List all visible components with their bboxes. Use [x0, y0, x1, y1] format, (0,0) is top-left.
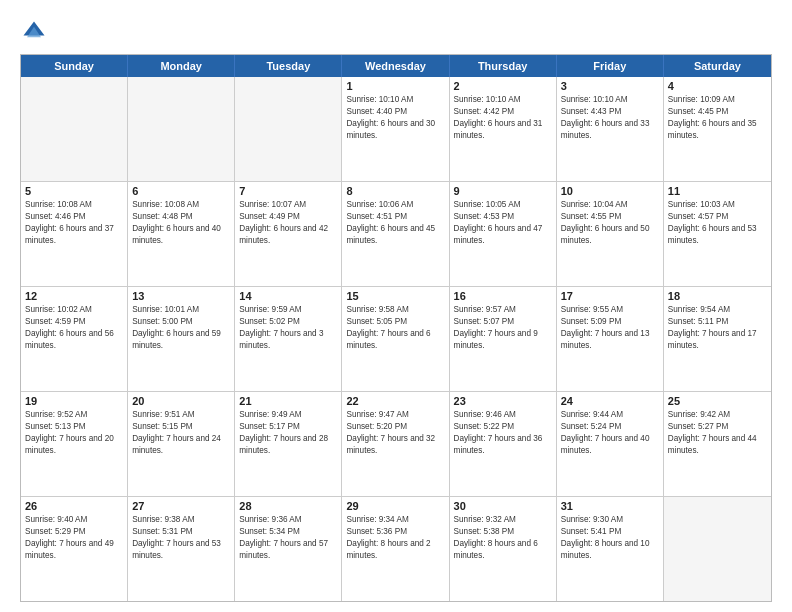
day-info: Sunrise: 9:51 AMSunset: 5:15 PMDaylight:… — [132, 409, 230, 457]
day-number: 5 — [25, 185, 123, 197]
day-info: Sunrise: 10:05 AMSunset: 4:53 PMDaylight… — [454, 199, 552, 247]
day-cell-empty — [21, 77, 128, 181]
day-number: 22 — [346, 395, 444, 407]
day-cell-2: 2Sunrise: 10:10 AMSunset: 4:42 PMDayligh… — [450, 77, 557, 181]
day-cell-14: 14Sunrise: 9:59 AMSunset: 5:02 PMDayligh… — [235, 287, 342, 391]
header-day-friday: Friday — [557, 55, 664, 77]
day-cell-23: 23Sunrise: 9:46 AMSunset: 5:22 PMDayligh… — [450, 392, 557, 496]
week-row-1: 1Sunrise: 10:10 AMSunset: 4:40 PMDayligh… — [21, 77, 771, 182]
day-number: 28 — [239, 500, 337, 512]
day-info: Sunrise: 9:38 AMSunset: 5:31 PMDaylight:… — [132, 514, 230, 562]
day-cell-11: 11Sunrise: 10:03 AMSunset: 4:57 PMDaylig… — [664, 182, 771, 286]
day-number: 25 — [668, 395, 767, 407]
day-cell-7: 7Sunrise: 10:07 AMSunset: 4:49 PMDayligh… — [235, 182, 342, 286]
day-number: 26 — [25, 500, 123, 512]
day-cell-20: 20Sunrise: 9:51 AMSunset: 5:15 PMDayligh… — [128, 392, 235, 496]
day-number: 8 — [346, 185, 444, 197]
day-cell-10: 10Sunrise: 10:04 AMSunset: 4:55 PMDaylig… — [557, 182, 664, 286]
day-number: 24 — [561, 395, 659, 407]
week-row-2: 5Sunrise: 10:08 AMSunset: 4:46 PMDayligh… — [21, 182, 771, 287]
week-row-3: 12Sunrise: 10:02 AMSunset: 4:59 PMDaylig… — [21, 287, 771, 392]
day-cell-3: 3Sunrise: 10:10 AMSunset: 4:43 PMDayligh… — [557, 77, 664, 181]
header-day-monday: Monday — [128, 55, 235, 77]
day-cell-21: 21Sunrise: 9:49 AMSunset: 5:17 PMDayligh… — [235, 392, 342, 496]
day-number: 19 — [25, 395, 123, 407]
page: SundayMondayTuesdayWednesdayThursdayFrid… — [0, 0, 792, 612]
day-cell-empty — [664, 497, 771, 601]
day-number: 17 — [561, 290, 659, 302]
day-info: Sunrise: 9:34 AMSunset: 5:36 PMDaylight:… — [346, 514, 444, 562]
calendar-body: 1Sunrise: 10:10 AMSunset: 4:40 PMDayligh… — [21, 77, 771, 601]
week-row-4: 19Sunrise: 9:52 AMSunset: 5:13 PMDayligh… — [21, 392, 771, 497]
day-number: 27 — [132, 500, 230, 512]
day-cell-18: 18Sunrise: 9:54 AMSunset: 5:11 PMDayligh… — [664, 287, 771, 391]
day-info: Sunrise: 10:07 AMSunset: 4:49 PMDaylight… — [239, 199, 337, 247]
day-info: Sunrise: 10:06 AMSunset: 4:51 PMDaylight… — [346, 199, 444, 247]
day-cell-29: 29Sunrise: 9:34 AMSunset: 5:36 PMDayligh… — [342, 497, 449, 601]
day-info: Sunrise: 9:49 AMSunset: 5:17 PMDaylight:… — [239, 409, 337, 457]
day-number: 30 — [454, 500, 552, 512]
day-info: Sunrise: 9:30 AMSunset: 5:41 PMDaylight:… — [561, 514, 659, 562]
header-day-sunday: Sunday — [21, 55, 128, 77]
day-cell-6: 6Sunrise: 10:08 AMSunset: 4:48 PMDayligh… — [128, 182, 235, 286]
day-number: 14 — [239, 290, 337, 302]
day-info: Sunrise: 9:32 AMSunset: 5:38 PMDaylight:… — [454, 514, 552, 562]
day-number: 10 — [561, 185, 659, 197]
day-cell-4: 4Sunrise: 10:09 AMSunset: 4:45 PMDayligh… — [664, 77, 771, 181]
day-number: 15 — [346, 290, 444, 302]
day-number: 20 — [132, 395, 230, 407]
day-cell-30: 30Sunrise: 9:32 AMSunset: 5:38 PMDayligh… — [450, 497, 557, 601]
day-info: Sunrise: 9:54 AMSunset: 5:11 PMDaylight:… — [668, 304, 767, 352]
day-info: Sunrise: 10:04 AMSunset: 4:55 PMDaylight… — [561, 199, 659, 247]
day-cell-19: 19Sunrise: 9:52 AMSunset: 5:13 PMDayligh… — [21, 392, 128, 496]
day-cell-empty — [128, 77, 235, 181]
day-cell-27: 27Sunrise: 9:38 AMSunset: 5:31 PMDayligh… — [128, 497, 235, 601]
header-day-tuesday: Tuesday — [235, 55, 342, 77]
day-cell-8: 8Sunrise: 10:06 AMSunset: 4:51 PMDayligh… — [342, 182, 449, 286]
day-info: Sunrise: 10:03 AMSunset: 4:57 PMDaylight… — [668, 199, 767, 247]
day-number: 2 — [454, 80, 552, 92]
day-number: 4 — [668, 80, 767, 92]
day-cell-9: 9Sunrise: 10:05 AMSunset: 4:53 PMDayligh… — [450, 182, 557, 286]
day-cell-5: 5Sunrise: 10:08 AMSunset: 4:46 PMDayligh… — [21, 182, 128, 286]
logo-icon — [20, 18, 48, 46]
day-info: Sunrise: 10:08 AMSunset: 4:48 PMDaylight… — [132, 199, 230, 247]
day-info: Sunrise: 9:57 AMSunset: 5:07 PMDaylight:… — [454, 304, 552, 352]
day-cell-25: 25Sunrise: 9:42 AMSunset: 5:27 PMDayligh… — [664, 392, 771, 496]
header — [20, 18, 772, 46]
day-cell-28: 28Sunrise: 9:36 AMSunset: 5:34 PMDayligh… — [235, 497, 342, 601]
day-info: Sunrise: 9:40 AMSunset: 5:29 PMDaylight:… — [25, 514, 123, 562]
day-info: Sunrise: 10:09 AMSunset: 4:45 PMDaylight… — [668, 94, 767, 142]
day-number: 1 — [346, 80, 444, 92]
day-info: Sunrise: 9:59 AMSunset: 5:02 PMDaylight:… — [239, 304, 337, 352]
day-info: Sunrise: 10:08 AMSunset: 4:46 PMDaylight… — [25, 199, 123, 247]
day-info: Sunrise: 10:10 AMSunset: 4:42 PMDaylight… — [454, 94, 552, 142]
calendar: SundayMondayTuesdayWednesdayThursdayFrid… — [21, 55, 771, 601]
day-info: Sunrise: 10:02 AMSunset: 4:59 PMDaylight… — [25, 304, 123, 352]
day-cell-17: 17Sunrise: 9:55 AMSunset: 5:09 PMDayligh… — [557, 287, 664, 391]
day-number: 9 — [454, 185, 552, 197]
day-cell-15: 15Sunrise: 9:58 AMSunset: 5:05 PMDayligh… — [342, 287, 449, 391]
day-cell-16: 16Sunrise: 9:57 AMSunset: 5:07 PMDayligh… — [450, 287, 557, 391]
day-info: Sunrise: 10:10 AMSunset: 4:40 PMDaylight… — [346, 94, 444, 142]
day-number: 31 — [561, 500, 659, 512]
day-cell-12: 12Sunrise: 10:02 AMSunset: 4:59 PMDaylig… — [21, 287, 128, 391]
day-cell-26: 26Sunrise: 9:40 AMSunset: 5:29 PMDayligh… — [21, 497, 128, 601]
day-number: 18 — [668, 290, 767, 302]
day-number: 3 — [561, 80, 659, 92]
day-number: 16 — [454, 290, 552, 302]
day-number: 12 — [25, 290, 123, 302]
day-number: 11 — [668, 185, 767, 197]
calendar-header: SundayMondayTuesdayWednesdayThursdayFrid… — [21, 55, 771, 77]
day-cell-13: 13Sunrise: 10:01 AMSunset: 5:00 PMDaylig… — [128, 287, 235, 391]
header-day-wednesday: Wednesday — [342, 55, 449, 77]
day-cell-31: 31Sunrise: 9:30 AMSunset: 5:41 PMDayligh… — [557, 497, 664, 601]
day-info: Sunrise: 9:42 AMSunset: 5:27 PMDaylight:… — [668, 409, 767, 457]
calendar-container: SundayMondayTuesdayWednesdayThursdayFrid… — [20, 54, 772, 602]
day-number: 23 — [454, 395, 552, 407]
day-info: Sunrise: 9:58 AMSunset: 5:05 PMDaylight:… — [346, 304, 444, 352]
day-cell-24: 24Sunrise: 9:44 AMSunset: 5:24 PMDayligh… — [557, 392, 664, 496]
day-number: 13 — [132, 290, 230, 302]
day-info: Sunrise: 9:55 AMSunset: 5:09 PMDaylight:… — [561, 304, 659, 352]
day-number: 6 — [132, 185, 230, 197]
